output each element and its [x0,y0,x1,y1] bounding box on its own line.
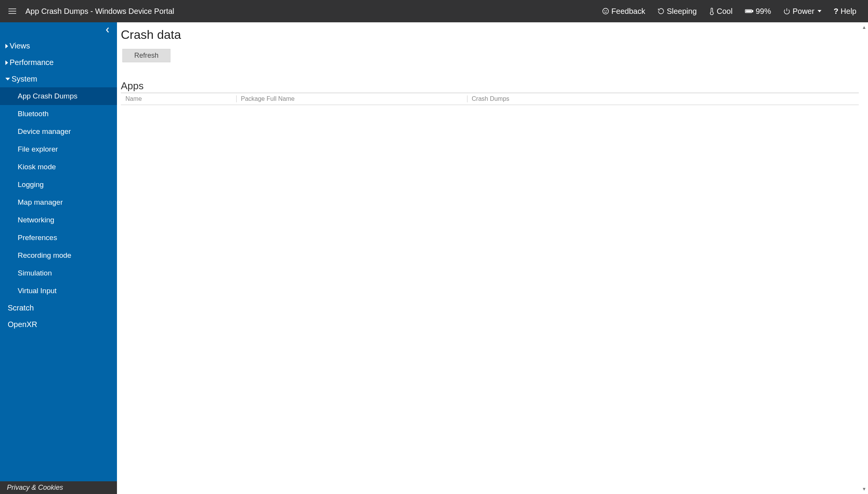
thermometer-icon [709,7,714,15]
power-menu[interactable]: Power [777,0,828,22]
sidebar-item-label: Recording mode [18,251,71,260]
column-header-dumps[interactable]: Crash Dumps [467,93,859,105]
help-label: Help [841,7,856,16]
sidebar-item-simulation[interactable]: Simulation [18,264,117,282]
svg-point-5 [606,10,607,11]
sidebar-item-label: Views [10,42,30,50]
sidebar-item-system[interactable]: System [0,71,117,87]
sidebar-item-app-crash-dumps[interactable]: App Crash Dumps [0,87,117,105]
help-icon: ? [834,7,838,16]
sidebar-item-virtual-input[interactable]: Virtual Input [18,282,117,300]
sidebar-item-preferences[interactable]: Preferences [18,229,117,247]
svg-rect-7 [752,10,753,12]
sidebar-item-scratch[interactable]: Scratch [0,300,117,316]
table-header-row: Name Package Full Name Crash Dumps [121,93,859,105]
sidebar-item-map-manager[interactable]: Map manager [18,194,117,211]
topbar: App Crash Dumps - Windows Device Portal … [0,0,868,22]
caret-right-icon [5,44,8,48]
history-icon [658,8,664,15]
column-header-package[interactable]: Package Full Name [236,93,467,105]
feedback-label: Feedback [611,7,645,16]
help-button[interactable]: ? Help [828,0,863,22]
sidebar-item-label: Simulation [18,269,52,277]
power-icon [783,8,790,15]
sidebar-item-label: Preferences [18,234,57,242]
sidebar: Views Performance System App Crash Dumps… [0,22,117,494]
caret-right-icon [5,60,8,65]
scroll-up-icon: ▲ [862,25,866,30]
sidebar-item-label: Logging [18,180,44,189]
svg-point-3 [603,8,609,14]
sidebar-item-logging[interactable]: Logging [18,176,117,194]
power-label: Power [793,7,815,16]
sidebar-item-label: Kiosk mode [18,163,56,171]
sidebar-item-openxr[interactable]: OpenXR [0,316,117,333]
sleeping-status[interactable]: Sleeping [651,0,703,22]
sidebar-item-performance[interactable]: Performance [0,54,117,71]
sidebar-item-label: System [12,75,37,83]
sidebar-item-views[interactable]: Views [0,38,117,54]
sidebar-item-label: Device manager [18,127,71,136]
apps-heading: Apps [121,80,859,93]
sidebar-item-label: Map manager [18,198,63,207]
column-header-name[interactable]: Name [121,93,236,105]
sidebar-item-label: Bluetooth [18,110,48,118]
sidebar-system-submenu: App Crash Dumps Bluetooth Device manager… [0,87,117,300]
sidebar-collapse-button[interactable] [0,22,117,38]
sidebar-item-label: File explorer [18,145,58,154]
sleeping-label: Sleeping [667,7,697,16]
sidebar-item-file-explorer[interactable]: File explorer [18,140,117,158]
sidebar-footer-label: Privacy & Cookies [7,484,63,491]
main-content: ▲ ▼ Crash data Refresh Apps Name Package… [117,22,868,494]
sidebar-item-label: Virtual Input [18,287,57,295]
smiley-icon [602,8,609,15]
battery-icon [745,8,753,14]
sidebar-item-networking[interactable]: Networking [18,211,117,229]
sidebar-item-label: Performance [10,58,54,67]
sidebar-item-device-manager[interactable]: Device manager [18,123,117,140]
page-title: App Crash Dumps - Windows Device Portal [25,7,174,16]
refresh-button[interactable]: Refresh [122,49,170,62]
content-heading: Crash data [121,28,859,42]
sidebar-item-label: Scratch [8,304,34,312]
feedback-button[interactable]: Feedback [596,0,651,22]
scroll-down-icon: ▼ [862,486,866,492]
caret-down-icon [5,78,10,80]
sidebar-item-bluetooth[interactable]: Bluetooth [18,105,117,123]
battery-label: 99% [756,7,771,16]
sidebar-item-label: Networking [18,216,54,224]
sidebar-nav: Views Performance System App Crash Dumps… [0,38,117,481]
privacy-cookies-link[interactable]: Privacy & Cookies [0,481,117,494]
svg-point-4 [604,10,605,11]
temperature-label: Cool [717,7,733,16]
sidebar-item-kiosk-mode[interactable]: Kiosk mode [18,158,117,176]
temperature-status[interactable]: Cool [703,0,739,22]
chevron-left-icon [105,27,110,33]
hamburger-menu-icon[interactable] [6,5,18,17]
sidebar-item-label: App Crash Dumps [18,92,77,100]
battery-status[interactable]: 99% [739,0,777,22]
body: Views Performance System App Crash Dumps… [0,22,868,494]
chevron-down-icon [818,10,821,12]
sidebar-item-label: OpenXR [8,320,37,329]
svg-rect-8 [746,10,751,12]
sidebar-item-recording-mode[interactable]: Recording mode [18,247,117,264]
apps-table: Name Package Full Name Crash Dumps [121,93,859,105]
